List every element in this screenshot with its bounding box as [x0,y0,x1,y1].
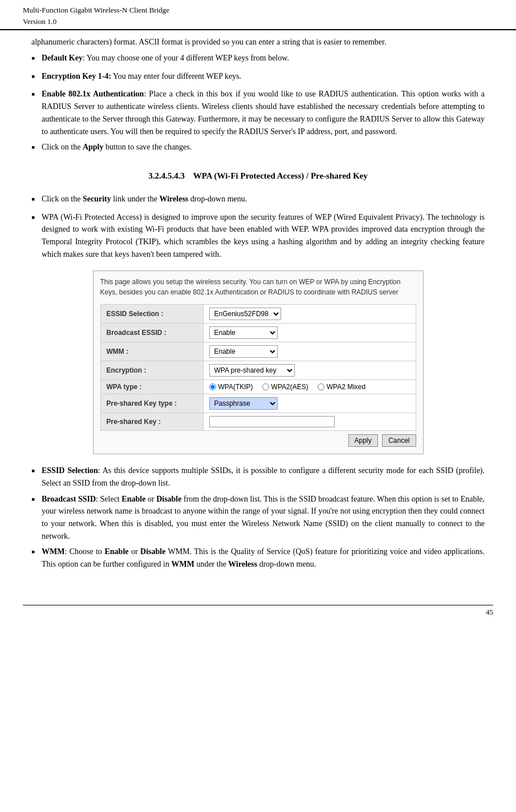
bullet-icon: ▪ [31,210,42,226]
list-item: ▪ Click on the Apply button to save the … [31,141,485,156]
apply-cancel-row: Apply Cancel [100,431,416,448]
bullet-icon: ▪ [31,87,42,103]
pre-shared-key-label: Pre-shared Key : [100,413,203,431]
wpa-type-options: WPA(TKIP) WPA2(AES) WPA2 Mixed [209,383,410,391]
list-item: ▪ ESSID Selection: As this device suppor… [31,464,485,489]
bullet-icon: ▪ [31,492,42,508]
section-heading: 3.2.4.5.4.3 WPA (Wi-Fi Protected Access)… [31,169,485,183]
page-header: Multi-Function Gigabit Wireless-N Client… [0,0,516,30]
bullet-text: Default Key: You may choose one of your … [42,52,485,64]
bullet-icon: ▪ [31,192,42,208]
broadcast-label: Broadcast ESSID : [100,324,203,342]
wpa-tkip-option[interactable]: WPA(TKIP) [209,383,253,391]
header-line1: Multi-Function Gigabit Wireless-N Client… [23,6,169,14]
list-item: ▪ WPA (Wi-Fi Protected Access) is design… [31,211,485,261]
form-row-wmm: WMM : Enable Disable [100,342,416,361]
wpa2-mixed-label: WPA2 Mixed [327,383,365,391]
top-bullet-list: ▪ Default Key: You may choose one of you… [31,52,485,156]
bullet-text: Encryption Key 1-4: You may enter four d… [42,70,485,83]
section-title: WPA (Wi-Fi Protected Access) / Pre-share… [193,171,368,180]
apply-button[interactable]: Apply [348,434,378,447]
bullet-icon: ▪ [31,140,42,156]
list-item: ▪ Click on the Security link under the W… [31,193,485,208]
bullet-text: WPA (Wi-Fi Protected Access) is designed… [42,211,485,261]
bullet-text: Enable 802.1x Authentication: Place a ch… [42,88,485,138]
bullet-text: WMM: Choose to Enable or Disable WMM. Th… [42,546,485,570]
cancel-button[interactable]: Cancel [382,434,416,447]
wpa2-mixed-option[interactable]: WPA2 Mixed [318,383,365,391]
bullet-text: Click on the Security link under the Wir… [42,193,485,205]
encryption-label: Encryption : [100,361,203,380]
form-row-essid: ESSID Selection : EnGenius52FD98 [100,305,416,324]
essid-select[interactable]: EnGenius52FD98 [209,308,281,320]
form-row-wpa-type: WPA type : WPA(TKIP) WPA2(AES) [100,380,416,394]
wmm-label: WMM : [100,342,203,361]
key-type-label: Pre-shared Key type : [100,394,203,413]
form-row-pre-shared-key: Pre-shared Key : [100,413,416,431]
wpa2-aes-label: WPA2(AES) [271,383,308,391]
pre-shared-key-value [203,413,416,431]
intro-paragraph: alphanumeric characters) format. ASCII f… [31,36,485,49]
wpa-type-value: WPA(TKIP) WPA2(AES) WPA2 Mixed [203,380,416,394]
header-line2: Version 1.0 [23,17,56,26]
essid-value: EnGenius52FD98 [203,305,416,324]
list-item: ▪ Enable 802.1x Authentication: Place a … [31,88,485,138]
form-table: ESSID Selection : EnGenius52FD98 Broadca… [100,304,416,431]
screenshot-description: This page allows you setup the wireless … [100,277,416,297]
main-content: alphanumeric characters) format. ASCII f… [0,30,516,599]
mid-bullet-list: ▪ Click on the Security link under the W… [31,193,485,261]
broadcast-value: Enable Disable [203,324,416,342]
list-item: ▪ Encryption Key 1-4: You may enter four… [31,70,485,85]
list-item: ▪ Broadcast SSID: Select Enable or Disab… [31,493,485,543]
wpa-tkip-label: WPA(TKIP) [218,383,253,391]
bullet-icon: ▪ [31,51,42,67]
essid-label: ESSID Selection : [100,305,203,324]
form-row-encryption: Encryption : WPA pre-shared key [100,361,416,380]
key-type-value: Passphrase [203,394,416,413]
key-type-select[interactable]: Passphrase [209,397,278,410]
wmm-select[interactable]: Enable Disable [209,345,278,358]
wpa2-aes-radio[interactable] [262,383,269,390]
bullet-icon: ▪ [31,69,42,85]
wmm-value: Enable Disable [203,342,416,361]
form-row-broadcast: Broadcast ESSID : Enable Disable [100,324,416,342]
section-number: 3.2.4.5.4.3 [148,171,185,180]
bullet-text: ESSID Selection: As this device supports… [42,464,485,489]
wpa2-aes-option[interactable]: WPA2(AES) [262,383,308,391]
wpa-type-label: WPA type : [100,380,203,394]
list-item: ▪ Default Key: You may choose one of you… [31,52,485,67]
form-row-key-type: Pre-shared Key type : Passphrase [100,394,416,413]
screenshot-box: This page allows you setup the wireless … [93,270,424,454]
broadcast-select[interactable]: Enable Disable [209,326,278,339]
bullet-icon: ▪ [31,544,42,560]
bullet-text: Broadcast SSID: Select Enable or Disable… [42,493,485,543]
pre-shared-key-input[interactable] [209,416,335,427]
wpa-tkip-radio[interactable] [209,383,216,390]
list-item: ▪ WMM: Choose to Enable or Disable WMM. … [31,546,485,570]
encryption-value: WPA pre-shared key [203,361,416,380]
bullet-text: Click on the Apply button to save the ch… [42,141,485,153]
bottom-bullet-list: ▪ ESSID Selection: As this device suppor… [31,464,485,571]
page-number: 45 [0,605,516,621]
encryption-select[interactable]: WPA pre-shared key [209,364,295,377]
bullet-icon: ▪ [31,463,42,479]
wpa2-mixed-radio[interactable] [318,383,324,390]
